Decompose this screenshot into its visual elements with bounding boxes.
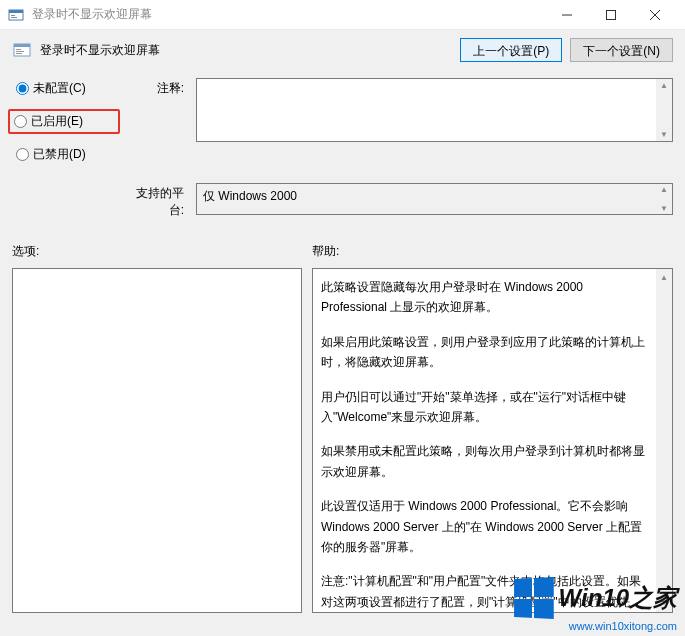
policy-title: 登录时不显示欢迎屏幕 xyxy=(40,42,460,59)
comment-label: 注释: xyxy=(128,78,184,97)
scroll-down-icon[interactable]: ▼ xyxy=(660,130,668,139)
svg-rect-9 xyxy=(14,44,30,47)
radio-enabled-input[interactable] xyxy=(14,115,27,128)
radio-group: 未配置(C) 已启用(E) 已禁用(D) xyxy=(12,78,116,175)
svg-rect-12 xyxy=(16,53,22,54)
platform-scrollbar[interactable]: ▲ ▼ xyxy=(656,184,672,214)
help-box: 此策略设置隐藏每次用户登录时在 Windows 2000 Professiona… xyxy=(312,268,673,613)
options-label: 选项: xyxy=(12,243,302,260)
scroll-up-icon[interactable]: ▲ xyxy=(660,185,668,194)
nav-buttons: 上一个设置(P) 下一个设置(N) xyxy=(460,38,673,62)
app-icon xyxy=(8,7,24,23)
radio-not-configured[interactable]: 未配置(C) xyxy=(12,78,116,99)
scroll-up-icon[interactable]: ▲ xyxy=(660,81,668,90)
help-paragraph: 如果启用此策略设置，则用户登录到应用了此策略的计算机上时，将隐藏欢迎屏幕。 xyxy=(321,332,652,373)
policy-icon xyxy=(12,40,32,60)
svg-rect-11 xyxy=(16,51,24,52)
scroll-down-icon[interactable]: ▼ xyxy=(660,596,668,610)
svg-rect-2 xyxy=(11,15,15,16)
help-paragraph: 注意:"计算机配置"和"用户配置"文件夹中均包括此设置。如果对这两项设置都进行了… xyxy=(321,571,652,613)
comment-textarea[interactable]: ▲ ▼ xyxy=(196,78,673,142)
radio-not-configured-input[interactable] xyxy=(16,82,29,95)
radio-disabled-label: 已禁用(D) xyxy=(33,146,86,163)
window-title: 登录时不显示欢迎屏幕 xyxy=(32,6,545,23)
config-row: 未配置(C) 已启用(E) 已禁用(D) 注释: ▲ ▼ xyxy=(12,78,673,175)
prev-setting-button[interactable]: 上一个设置(P) xyxy=(460,38,562,62)
maximize-button[interactable] xyxy=(589,0,633,30)
help-column: 帮助: 此策略设置隐藏每次用户登录时在 Windows 2000 Profess… xyxy=(312,243,673,613)
platform-row: 支持的平台: 仅 Windows 2000 ▲ ▼ xyxy=(12,183,673,219)
options-box xyxy=(12,268,302,613)
options-column: 选项: xyxy=(12,243,302,613)
svg-rect-10 xyxy=(16,49,21,50)
title-bar: 登录时不显示欢迎屏幕 xyxy=(0,0,685,30)
close-button[interactable] xyxy=(633,0,677,30)
next-setting-button[interactable]: 下一个设置(N) xyxy=(570,38,673,62)
help-scrollbar[interactable]: ▲ ▼ xyxy=(656,269,672,612)
help-paragraph: 用户仍旧可以通过"开始"菜单选择，或在"运行"对话框中键入"Welcome"来显… xyxy=(321,387,652,428)
content-area: 登录时不显示欢迎屏幕 上一个设置(P) 下一个设置(N) 未配置(C) 已启用(… xyxy=(0,30,685,636)
radio-enabled[interactable]: 已启用(E) xyxy=(8,109,120,134)
supported-platform-box: 仅 Windows 2000 ▲ ▼ xyxy=(196,183,673,215)
radio-disabled-input[interactable] xyxy=(16,148,29,161)
help-label: 帮助: xyxy=(312,243,673,260)
radio-enabled-label: 已启用(E) xyxy=(31,113,83,130)
minimize-button[interactable] xyxy=(545,0,589,30)
header-row: 登录时不显示欢迎屏幕 上一个设置(P) 下一个设置(N) xyxy=(12,38,673,62)
comment-scrollbar[interactable]: ▲ ▼ xyxy=(656,79,672,141)
help-paragraph: 此策略设置隐藏每次用户登录时在 Windows 2000 Professiona… xyxy=(321,277,652,318)
lower-panels: 选项: 帮助: 此策略设置隐藏每次用户登录时在 Windows 2000 Pro… xyxy=(12,243,673,613)
svg-rect-3 xyxy=(11,17,17,18)
scroll-down-icon[interactable]: ▼ xyxy=(660,204,668,213)
svg-rect-5 xyxy=(607,10,616,19)
window-controls xyxy=(545,0,677,30)
help-paragraph: 如果禁用或未配置此策略，则每次用户登录到计算机时都将显示欢迎屏幕。 xyxy=(321,441,652,482)
radio-disabled[interactable]: 已禁用(D) xyxy=(12,144,116,165)
supported-platform-value: 仅 Windows 2000 xyxy=(203,189,297,203)
radio-not-configured-label: 未配置(C) xyxy=(33,80,86,97)
svg-rect-1 xyxy=(9,10,23,13)
scroll-up-icon[interactable]: ▲ xyxy=(660,271,668,285)
supported-label: 支持的平台: xyxy=(128,183,184,219)
help-paragraph: 此设置仅适用于 Windows 2000 Professional。它不会影响 … xyxy=(321,496,652,557)
